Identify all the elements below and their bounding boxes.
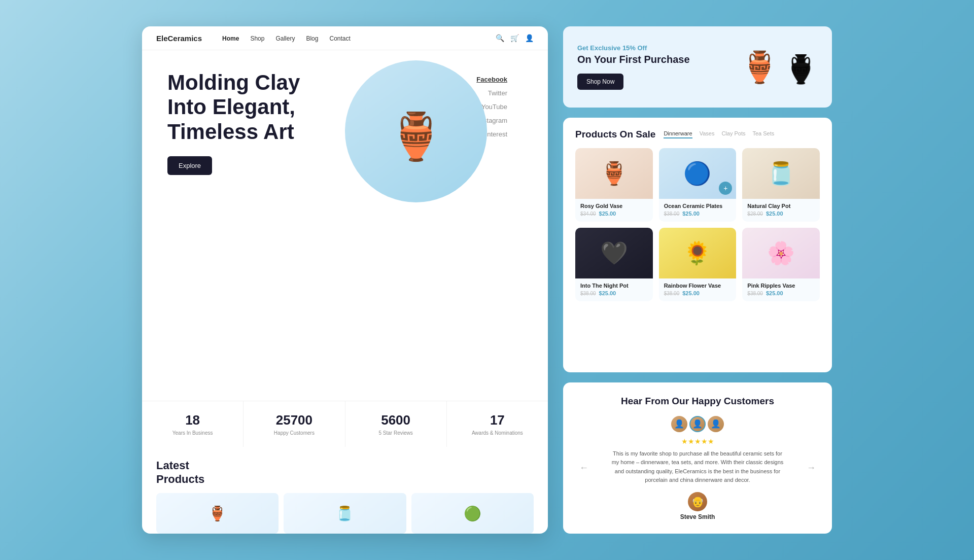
product-icon-6: 🌸 — [767, 240, 795, 266]
social-twitter[interactable]: Twitter — [488, 89, 507, 97]
product-prices-5: $38.00 $25.00 — [664, 290, 732, 296]
stat-customers-number: 25700 — [252, 412, 336, 428]
product-card-rosy-gold-vase: 🏺 Rosy Gold Vase $34.00 $25.00 — [575, 148, 653, 222]
social-youtube[interactable]: YouTube — [481, 103, 507, 111]
latest-product-3[interactable]: 🟢 — [411, 493, 534, 534]
promo-vase-light: 🏺 — [741, 49, 779, 85]
testimonials-title: Hear From Our Happy Customers — [577, 396, 818, 407]
product-card-into-night-pot: 🖤 Into The Night Pot $38.00 $25.00 — [575, 228, 653, 301]
nav-link-contact[interactable]: Contact — [329, 35, 350, 42]
price-old-2: $38.00 — [664, 211, 680, 217]
reviewer-name: Steve Smith — [680, 513, 715, 520]
promo-banner: Get Exclusive 15% Off On Your First Purc… — [563, 26, 832, 108]
price-old-5: $38.00 — [664, 291, 680, 296]
stat-awards: 17 Awards & Nominations — [447, 401, 548, 447]
sale-tabs: Dinnerware Vases Clay Pots Tea Sets — [664, 130, 774, 138]
nav-item-gallery[interactable]: Gallery — [275, 33, 295, 43]
stat-years-label: Years In Business — [150, 430, 235, 436]
promo-text: Get Exclusive 15% Off On Your First Purc… — [577, 44, 690, 90]
product-image-rainbow-vase: 🌻 — [659, 228, 737, 278]
nav-item-contact[interactable]: Contact — [329, 33, 350, 43]
logo: EleCeramics — [156, 34, 202, 43]
product-card-ocean-plates: 🔵 + Ocean Ceramic Plates $38.00 $25.00 — [659, 148, 737, 222]
product-card-pink-ripples: 🌸 Pink Ripples Vase $38.00 $25.00 — [742, 228, 820, 301]
stat-customers-label: Happy Customers — [252, 430, 336, 436]
hero-vase-image: 🏺 — [388, 110, 444, 163]
price-old-4: $38.00 — [580, 291, 596, 296]
product-image-ocean-plates: 🔵 + — [659, 148, 737, 199]
product-icon-1: 🏺 — [600, 160, 628, 187]
product-card-rainbow-vase: 🌻 Rainbow Flower Vase $38.00 $25.00 — [659, 228, 737, 301]
search-icon[interactable]: 🔍 — [496, 34, 504, 42]
stat-reviews-label: 5 Star Reviews — [354, 430, 438, 436]
product-prices-3: $28.00 $25.00 — [747, 211, 815, 217]
product-icon-5: 🌻 — [683, 240, 711, 266]
product-info-5: Rainbow Flower Vase $38.00 $25.00 — [659, 278, 737, 296]
product-prices-1: $34.00 $25.00 — [580, 211, 648, 217]
latest-products-title: Latest Products — [156, 459, 534, 486]
user-icon[interactable]: 👤 — [525, 34, 534, 42]
product-info-6: Pink Ripples Vase $38.00 $25.00 — [742, 278, 820, 296]
stat-years: 18 Years In Business — [142, 401, 244, 447]
nav-link-shop[interactable]: Shop — [250, 35, 264, 42]
latest-products-section: Latest Products 🏺 🫙 🟢 — [142, 447, 548, 534]
product-prices-6: $38.00 $25.00 — [747, 290, 815, 296]
price-old-6: $38.00 — [747, 291, 763, 296]
product-name-3: Natural Clay Pot — [747, 203, 815, 209]
price-new-3: $25.00 — [766, 211, 783, 217]
cart-icon[interactable]: 🛒 — [510, 34, 519, 42]
reviewer-avatar: 👴 — [688, 492, 707, 511]
tab-clay-pots[interactable]: Clay Pots — [721, 130, 745, 138]
testimonials-section: Hear From Our Happy Customers ← 👤 👤 👤 ★★… — [563, 382, 832, 534]
explore-button[interactable]: Explore — [167, 156, 212, 175]
latest-product-2[interactable]: 🫙 — [284, 493, 406, 534]
prev-testimonial-button[interactable]: ← — [577, 461, 590, 475]
testimonial-content: ← 👤 👤 👤 ★★★★★ This is my favorite shop t… — [577, 416, 818, 520]
promo-exclusive-label: Get Exclusive 15% Off — [577, 44, 690, 52]
avatar-3: 👤 — [708, 416, 724, 432]
reviewer: 👴 Steve Smith — [597, 492, 798, 520]
nav-link-blog[interactable]: Blog — [306, 35, 318, 42]
promo-vase-dark: 🏺 — [784, 53, 818, 85]
stats-row: 18 Years In Business 25700 Happy Custome… — [142, 401, 548, 447]
product-icon-4: 🖤 — [600, 240, 628, 266]
product-name-5: Rainbow Flower Vase — [664, 283, 732, 289]
tab-vases[interactable]: Vases — [700, 130, 715, 138]
product-image-pink-ripples: 🌸 — [742, 228, 820, 278]
promo-headline: On Your First Purchase — [577, 54, 690, 65]
stat-reviews: 5600 5 Star Reviews — [345, 401, 447, 447]
tab-dinnerware[interactable]: Dinnerware — [664, 130, 692, 138]
products-on-sale-section: Products On Sale Dinnerware Vases Clay P… — [563, 118, 832, 372]
price-new-4: $25.00 — [599, 290, 616, 296]
tab-tea-sets[interactable]: Tea Sets — [752, 130, 774, 138]
avatar-1: 👤 — [671, 416, 687, 432]
nav-item-blog[interactable]: Blog — [306, 33, 318, 43]
price-old-3: $28.00 — [747, 211, 763, 217]
shop-now-button[interactable]: Shop Now — [577, 74, 623, 90]
price-new-5: $25.00 — [682, 290, 700, 296]
add-to-cart-ocean-plates[interactable]: + — [719, 182, 732, 195]
avatars-row: 👤 👤 👤 — [597, 416, 798, 432]
product-name-4: Into The Night Pot — [580, 283, 648, 289]
product-name-6: Pink Ripples Vase — [747, 283, 815, 289]
stat-reviews-number: 5600 — [354, 412, 438, 428]
latest-products-preview: 🏺 🫙 🟢 — [156, 493, 534, 534]
testimonial-quote: This is my favorite shop to purchase all… — [611, 449, 784, 485]
product-image-natural-clay-pot: 🫙 — [742, 148, 820, 199]
left-panel: EleCeramics Home Shop Gallery Blog Conta… — [142, 26, 548, 534]
product-image-into-night-pot: 🖤 — [575, 228, 653, 278]
nav-link-home[interactable]: Home — [222, 35, 239, 42]
nav-item-home[interactable]: Home — [222, 33, 239, 43]
nav-link-gallery[interactable]: Gallery — [275, 35, 295, 42]
social-facebook[interactable]: Facebook — [476, 76, 507, 83]
nav-item-shop[interactable]: Shop — [250, 33, 264, 43]
navbar: EleCeramics Home Shop Gallery Blog Conta… — [142, 26, 548, 50]
hero-headline: Molding Clay Into Elegant, Timeless Art — [167, 71, 360, 144]
stat-customers: 25700 Happy Customers — [244, 401, 345, 447]
product-card-natural-clay-pot: 🫙 Natural Clay Pot $28.00 $25.00 — [742, 148, 820, 222]
product-info-1: Rosy Gold Vase $34.00 $25.00 — [575, 199, 653, 217]
price-new-2: $25.00 — [682, 211, 700, 217]
latest-product-1[interactable]: 🏺 — [156, 493, 279, 534]
next-testimonial-button[interactable]: → — [805, 461, 818, 475]
product-info-4: Into The Night Pot $38.00 $25.00 — [575, 278, 653, 296]
